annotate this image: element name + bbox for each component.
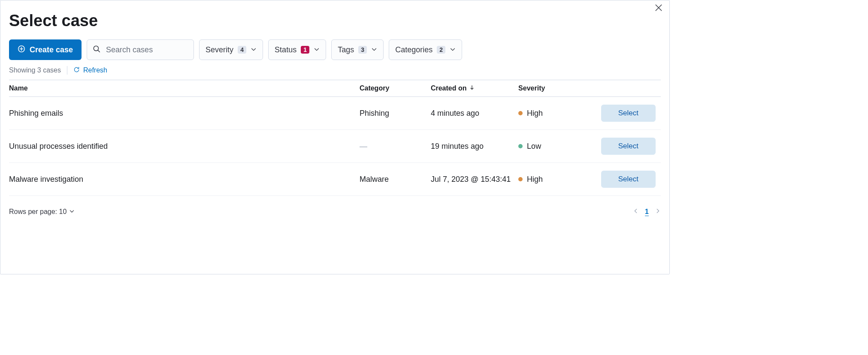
filter-severity-badge: 4 [238,46,246,54]
filter-severity[interactable]: Severity 4 [199,39,263,60]
filter-status-badge: 1 [301,46,309,54]
table-row: Unusual processes identified—19 minutes … [9,130,661,163]
next-page-button[interactable] [655,208,661,216]
col-header-name[interactable]: Name [9,80,360,97]
chevron-down-icon [450,45,456,54]
refresh-button[interactable]: Refresh [73,66,107,75]
toolbar: Create case Severity 4 Status 1 Tags 3 [9,39,661,60]
filter-severity-label: Severity [206,45,233,54]
select-case-dialog: Select case Create case Severity 4 Statu… [0,0,670,274]
create-case-button[interactable]: Create case [9,39,82,60]
svg-point-1 [94,46,98,51]
case-name[interactable]: Unusual processes identified [9,130,360,163]
filter-tags-label: Tags [338,45,354,54]
search-icon [93,45,100,54]
page-number-current[interactable]: 1 [645,208,649,216]
filter-status[interactable]: Status 1 [268,39,326,60]
page-nav: 1 [633,208,661,216]
case-severity: High [518,163,584,196]
showing-text: Showing 3 cases [9,66,61,74]
col-header-severity[interactable]: Severity [518,80,584,97]
case-name[interactable]: Phishing emails [9,97,360,130]
create-case-label: Create case [30,45,73,54]
close-icon[interactable] [655,4,664,13]
case-severity: Low [518,130,584,163]
col-header-action [584,80,661,97]
chevron-down-icon [69,208,75,216]
prev-page-button[interactable] [633,208,639,216]
case-created: 4 minutes ago [431,97,518,130]
page-title: Select case [9,12,661,30]
filter-categories[interactable]: Categories 2 [389,39,462,60]
pagination: Rows per page: 10 1 [9,208,661,216]
case-category: — [360,130,431,163]
meta-row: Showing 3 cases Refresh [9,66,661,75]
chevron-down-icon [251,45,257,54]
severity-dot-icon [518,177,523,181]
search-input[interactable] [87,39,194,60]
filter-tags-badge: 3 [358,46,367,54]
select-button[interactable]: Select [601,105,656,122]
chevron-down-icon [371,45,377,54]
table-row: Malware investigationMalwareJul 7, 2023 … [9,163,661,196]
search-field [87,39,194,60]
chevron-down-icon [314,45,320,54]
case-created: 19 minutes ago [431,130,518,163]
select-button[interactable]: Select [601,171,656,188]
select-button[interactable]: Select [601,138,656,155]
filter-status-label: Status [275,45,296,54]
filter-categories-label: Categories [395,45,432,54]
case-severity: High [518,97,584,130]
col-header-created[interactable]: Created on [431,80,518,97]
case-category: Phishing [360,97,431,130]
filter-categories-badge: 2 [437,46,445,54]
divider [67,66,67,75]
refresh-label: Refresh [83,66,107,74]
refresh-icon [73,66,80,75]
severity-dot-icon [518,144,523,148]
cases-table: Name Category Created on Severity Phishi… [9,80,661,196]
sort-desc-icon [469,84,475,92]
table-row: Phishing emailsPhishing4 minutes agoHigh… [9,97,661,130]
plus-circle-icon [18,45,25,55]
severity-dot-icon [518,111,523,115]
filter-tags[interactable]: Tags 3 [331,39,384,60]
case-created: Jul 7, 2023 @ 15:43:41 [431,163,518,196]
case-name[interactable]: Malware investigation [9,163,360,196]
case-category: Malware [360,163,431,196]
rows-per-page[interactable]: Rows per page: 10 [9,208,75,216]
col-header-category[interactable]: Category [360,80,431,97]
